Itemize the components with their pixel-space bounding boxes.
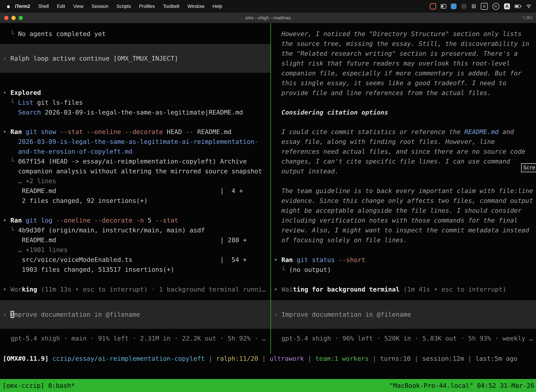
battery-icon[interactable] bbox=[515, 5, 522, 8]
input-source-icon[interactable]: A bbox=[504, 3, 510, 9]
menu-view[interactable]: View bbox=[69, 4, 87, 9]
keycap-8-icon[interactable]: 8 bbox=[481, 3, 488, 10]
left-model-statusline: gpt-5.4 xhigh · main · 91% left · 2.31M … bbox=[3, 334, 266, 343]
ralph-loop-text: › Ralph loop active continue [OMX_TMUX_I… bbox=[0, 54, 178, 63]
waiting-status-line: • Waiting for background terminal (1m 41… bbox=[274, 285, 506, 294]
menu-iterm2[interactable]: iTerm2 bbox=[11, 4, 34, 9]
git-show-block: • Ran git show --stat --oneline --decora… bbox=[3, 127, 262, 206]
wifi-icon[interactable] bbox=[526, 4, 531, 9]
tmux-session-window-label[interactable]: [omx-cczip] 0:bash* bbox=[0, 382, 75, 389]
no-agents-line: └ No agents completed yet bbox=[3, 29, 106, 39]
omx-session-statusline: [OMX#0.11.9] cczip/essay/ai-reimplementa… bbox=[3, 354, 517, 364]
tmux-host-clock-label: "MacBook-Pro-44.local" 04:52 31-Mar-26 bbox=[389, 382, 536, 389]
git-log-block: • Ran git log --oneline --decorate -n 5 … bbox=[3, 215, 247, 275]
tmux-status-bar: [omx-cczip] 0:bash* "MacBook-Pro-44.loca… bbox=[0, 379, 536, 392]
window-title: omx --xhigh --madmax bbox=[0, 13, 536, 23]
menubar: iTerm2 Shell Edit View Session Scripts P… bbox=[0, 0, 536, 13]
terminal-area: └ No agents completed yet › Ralph loop a… bbox=[0, 23, 536, 379]
blue-app-icon[interactable] bbox=[451, 4, 456, 9]
apple-icon bbox=[6, 4, 11, 9]
battery-gauge-icon[interactable]: 61 bbox=[492, 3, 499, 10]
left-terminal-pane[interactable]: └ No agents completed yet › Ralph loop a… bbox=[0, 23, 270, 354]
thinking-paragraph-3: The team guideline is to back every impo… bbox=[274, 186, 533, 245]
menu-help[interactable]: Help bbox=[208, 4, 226, 9]
window-shortcut-hint: ⌥⌘1 bbox=[522, 13, 533, 23]
window-titlebar[interactable]: omx --xhigh --madmax ⌥⌘1 bbox=[0, 13, 536, 23]
screen-tooltip: Scre bbox=[521, 163, 536, 172]
ralph-loop-banner: › Ralph loop active continue [OMX_TMUX_I… bbox=[0, 44, 270, 73]
menu-profiles[interactable]: Profiles bbox=[135, 4, 159, 9]
right-prompt-input[interactable]: › Improve documentation in @filename bbox=[271, 300, 536, 329]
thinking-paragraph-2: I could cite commit statistics or refere… bbox=[274, 127, 525, 176]
right-terminal-pane[interactable]: However, I noticed the "Directory Struct… bbox=[271, 23, 536, 354]
window-tiling-icon[interactable] bbox=[441, 4, 446, 9]
apple-menu[interactable] bbox=[6, 4, 11, 9]
app-grid-icon[interactable] bbox=[471, 4, 476, 9]
menu-shell[interactable]: Shell bbox=[34, 4, 53, 9]
screen-recording-icon[interactable] bbox=[430, 3, 436, 9]
explored-block: • Explored └ List git ls-files Search 20… bbox=[3, 88, 243, 117]
thinking-heading: Considering citation options bbox=[274, 107, 388, 117]
left-prompt-input[interactable]: › Improve documentation in @filename bbox=[0, 300, 270, 329]
left-prompt-text: › Improve documentation in @filename bbox=[0, 310, 140, 319]
right-prompt-text: › Improve documentation in @filename bbox=[271, 310, 411, 319]
git-status-block: • Ran git status --short └ (no output) bbox=[274, 255, 365, 275]
working-status-line: • Working (11m 13s • esc to interrupt) ·… bbox=[3, 285, 266, 294]
iterm2-window: iTerm2 Shell Edit View Session Scripts P… bbox=[0, 0, 536, 392]
menubar-status-icons: 8 61 A bbox=[430, 3, 536, 10]
menu-window[interactable]: Window bbox=[183, 4, 208, 9]
menu-session[interactable]: Session bbox=[87, 4, 112, 9]
dark-app-icon[interactable] bbox=[461, 4, 467, 9]
menu-toolbelt[interactable]: Toolbelt bbox=[159, 4, 183, 9]
right-model-statusline: gpt-5.4 xhigh · 96% left · 520K in · 5.8… bbox=[274, 334, 533, 343]
thinking-paragraph-1: However, I noticed the "Directory Struct… bbox=[274, 29, 529, 98]
menu-edit[interactable]: Edit bbox=[53, 4, 69, 9]
menu-scripts[interactable]: Scripts bbox=[112, 4, 135, 9]
